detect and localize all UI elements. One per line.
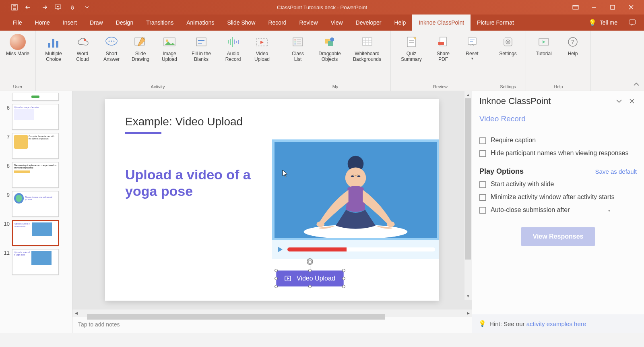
class-list-button[interactable]: ClassList (285, 33, 311, 83)
video-upload-object-icon (285, 275, 293, 282)
user-button[interactable]: Miss Marie (5, 33, 31, 83)
tab-transitions[interactable]: Transitions (140, 15, 180, 31)
scroll-down-icon[interactable]: ▼ (464, 293, 472, 300)
scroll-left-icon[interactable]: ◀ (72, 310, 80, 317)
help-button[interactable]: ?Help (560, 33, 586, 83)
tab-developer[interactable]: Developer (349, 15, 388, 31)
rotation-handle-icon[interactable] (307, 258, 313, 265)
selection-handle[interactable] (342, 285, 345, 288)
tab-slideshow[interactable]: Slide Show (221, 15, 262, 31)
comments-icon[interactable] (629, 19, 636, 26)
scrollbar-thumb[interactable] (465, 98, 471, 260)
selection-handle[interactable] (308, 269, 312, 272)
word-cloud-button[interactable]: WordCloud (70, 33, 95, 83)
short-answer-button[interactable]: ShortAnswer (99, 33, 124, 83)
redo-icon[interactable] (37, 2, 50, 13)
checkbox-icon[interactable] (479, 181, 486, 188)
ribbon-group-settings: Settings Settings (490, 31, 526, 91)
svg-point-19 (166, 39, 168, 42)
panel-close-icon[interactable] (627, 96, 637, 106)
collapse-ribbon-icon[interactable] (633, 81, 640, 88)
save-icon[interactable] (8, 2, 21, 13)
tutorial-button[interactable]: Tutorial (531, 33, 557, 83)
minimize-icon[interactable] (585, 2, 603, 13)
close-icon[interactable] (622, 2, 640, 13)
thumb-row-5half[interactable] (2, 93, 70, 101)
share-pdf-button[interactable]: SharePDF (430, 33, 456, 83)
touch-mode-icon[interactable] (66, 2, 79, 13)
panel-chevron-icon[interactable] (614, 96, 624, 106)
tab-file[interactable]: File (6, 15, 29, 31)
auto-close-dropdown[interactable]: ▾ (578, 206, 610, 215)
vertical-scrollbar[interactable]: ▲ ▼ (464, 91, 472, 300)
scroll-up-icon[interactable]: ▲ (464, 91, 472, 98)
tab-draw[interactable]: Draw (83, 15, 109, 31)
lightbulb-icon[interactable]: 💡 (588, 19, 597, 27)
fill-blanks-button[interactable]: Fill in theBlanks (186, 33, 217, 83)
ribbon-display-icon[interactable] (567, 2, 584, 13)
video-upload-object[interactable]: Video Upload (276, 270, 344, 287)
svg-rect-11 (56, 41, 58, 48)
thumb-row-9[interactable]: 9Please choose one and record yourself (2, 191, 70, 217)
checkbox-icon[interactable] (479, 194, 486, 201)
whiteboard-backgrounds-button[interactable]: WhiteboardBackgrounds (349, 33, 386, 83)
tell-me-label[interactable]: Tell me (600, 19, 617, 26)
tab-picture-format[interactable]: Picture Format (471, 15, 520, 31)
checkbox-icon[interactable] (479, 150, 486, 157)
audio-record-button[interactable]: AudioRecord (220, 33, 246, 83)
multiple-choice-button[interactable]: MultipleChoice (41, 33, 66, 83)
thumbnail-panel[interactable]: 6Upload an image of erosion 7Complete th… (0, 91, 72, 333)
slide[interactable]: Example: Video Upload Upload a video of … (105, 99, 439, 301)
maximize-icon[interactable] (604, 2, 621, 13)
selection-handle[interactable] (275, 277, 278, 280)
tab-animations[interactable]: Animations (180, 15, 221, 31)
tab-record[interactable]: Record (262, 15, 293, 31)
reset-button[interactable]: Reset▾ (459, 33, 485, 83)
play-tutorial-icon (536, 35, 552, 49)
ribbon-group-help: Tutorial ?Help Help (526, 31, 591, 91)
present-icon[interactable] (52, 2, 64, 13)
thumb-row-8[interactable]: 8The meaning of a phrase can change base… (2, 162, 70, 188)
selection-handle[interactable] (342, 269, 345, 272)
thumb-row-10[interactable]: 10Upload a video of a yoga pose (2, 220, 70, 246)
slide-drawing-button[interactable]: SlideDrawing (128, 33, 153, 83)
thumb-row-11[interactable]: 11Upload a video of a yoga pose (2, 249, 70, 275)
horizontal-scrollbar[interactable]: ◀ ▶ (72, 310, 472, 317)
thumb-row-7[interactable]: 7Complete the sentences with the correct… (2, 133, 70, 159)
auto-close-checkbox[interactable]: Auto-close submission after▾ (479, 206, 637, 215)
tab-help[interactable]: Help (388, 15, 412, 31)
hide-names-checkbox[interactable]: Hide participant names when viewing resp… (479, 150, 637, 157)
play-icon (276, 246, 283, 253)
tab-home[interactable]: Home (29, 15, 56, 31)
tab-review[interactable]: Review (293, 15, 324, 31)
view-responses-button[interactable]: View Responses (521, 227, 596, 246)
settings-button[interactable]: Settings (495, 33, 521, 83)
tab-view[interactable]: View (324, 15, 349, 31)
require-caption-checkbox[interactable]: Require caption (479, 137, 637, 144)
hint-bar: 💡 Hint: See our activity examples here (472, 314, 644, 333)
draggable-objects-button[interactable]: DraggableObjects (314, 33, 345, 83)
quiz-summary-button[interactable]: QuizSummary (396, 33, 427, 83)
qat-dropdown-icon[interactable] (80, 2, 93, 13)
save-as-default-link[interactable]: Save as default (595, 168, 637, 175)
image-upload-button[interactable]: ImageUpload (157, 33, 182, 83)
tab-inknoe-classpoint[interactable]: Inknoe ClassPoint (412, 15, 471, 31)
undo-icon[interactable] (23, 2, 35, 13)
scroll-right-icon[interactable]: ▶ (464, 310, 472, 317)
selection-handle[interactable] (308, 285, 312, 288)
checkbox-icon[interactable] (479, 207, 486, 214)
hint-link[interactable]: activity examples here (526, 320, 586, 327)
minimize-window-checkbox[interactable]: Minimize activity window after activity … (479, 193, 637, 201)
selection-handle[interactable] (342, 277, 345, 280)
video-upload-button[interactable]: VideoUpload (249, 33, 275, 83)
tab-insert[interactable]: Insert (56, 15, 83, 31)
tab-design[interactable]: Design (109, 15, 140, 31)
window-title: ClassPoint Tutorials deck - PowerPoint (277, 4, 367, 10)
ribbon-group-activity: MultipleChoice WordCloud ShortAnswer Sli… (36, 31, 280, 91)
selection-handle[interactable] (275, 285, 278, 288)
thumb-row-6[interactable]: 6Upload an image of erosion (2, 104, 70, 130)
start-with-slide-checkbox[interactable]: Start activity with slide (479, 181, 637, 188)
scrollbar-thumb[interactable] (87, 314, 385, 320)
selection-handle[interactable] (275, 269, 278, 272)
checkbox-icon[interactable] (479, 137, 486, 144)
